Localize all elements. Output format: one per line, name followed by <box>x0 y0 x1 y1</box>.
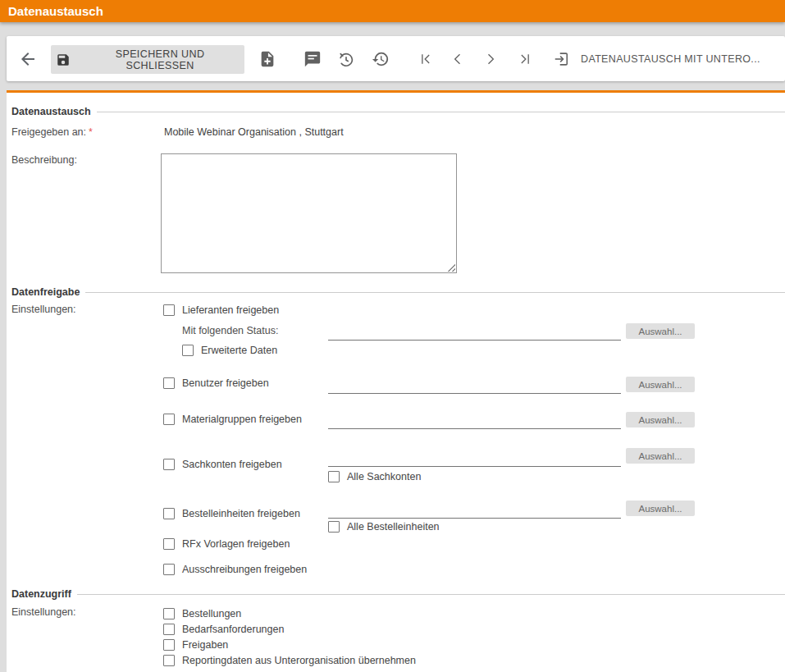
checkbox-box[interactable] <box>163 414 175 425</box>
checkbox-materialgruppen-freigeben[interactable]: Materialgruppen freigeben <box>163 414 302 425</box>
sachkonten-input[interactable] <box>328 453 621 467</box>
checkbox-label: Bestellungen <box>182 608 241 619</box>
einstellungen-label: Einstellungen: <box>11 606 76 618</box>
section-header-datenzugriff: Datenzugriff <box>11 587 785 601</box>
checkbox-freigaben[interactable]: Freigaben <box>163 639 228 651</box>
section-header-datenaustausch: Datenaustausch <box>11 105 785 118</box>
checkbox-box[interactable] <box>163 459 175 470</box>
context-navigation-label: DATENAUSTAUSCH MIT UNTERO... <box>581 53 760 65</box>
context-navigation-button[interactable]: DATENAUSTAUSCH MIT UNTERO... <box>553 36 760 81</box>
save-icon <box>56 53 71 67</box>
timer-icon[interactable] <box>337 50 355 68</box>
checkbox-label: Alle Sachkonten <box>347 471 421 482</box>
beschreibung-field-wrap <box>161 153 457 273</box>
checkbox-box[interactable] <box>328 521 340 533</box>
freigegeben-an-value: Mobile Webinar Organisation , Stuttgart <box>164 126 344 138</box>
section-rule <box>77 594 785 595</box>
section-title: Datenzugriff <box>11 588 71 600</box>
note-add-icon[interactable] <box>258 50 276 68</box>
checkbox-label: Lieferanten freigeben <box>182 304 279 316</box>
freigegeben-an-label: Freigegeben an:* <box>11 126 93 138</box>
save-and-close-button[interactable]: SPEICHERN UND SCHLIESSEN <box>51 45 244 74</box>
checkbox-alle-bestelleinheiten[interactable]: Alle Bestelleinheiten <box>328 521 440 533</box>
mit-folgenden-status-label: Mit folgenden Status: <box>182 325 278 336</box>
checkbox-label: Materialgruppen freigeben <box>182 414 302 425</box>
beschreibung-textarea[interactable] <box>161 153 457 273</box>
checkbox-bestelleinheiten-freigeben[interactable]: Bestelleinheiten freigeben <box>163 508 300 519</box>
checkbox-label: Freigaben <box>182 639 228 651</box>
previous-icon[interactable] <box>450 51 466 67</box>
checkbox-label: Sachkonten freigeben <box>182 459 282 470</box>
content-panel: Datenaustausch Freigegeben an:* Mobile W… <box>7 90 785 672</box>
first-page-icon[interactable] <box>418 51 434 67</box>
auswahl-button-materialgruppen[interactable]: Auswahl... <box>626 412 695 427</box>
toolbar: SPEICHERN UND SCHLIESSEN <box>7 36 785 81</box>
checkbox-lieferanten-freigeben[interactable]: Lieferanten freigeben <box>163 304 279 316</box>
history-icon[interactable] <box>372 50 390 68</box>
checkbox-box[interactable] <box>163 377 175 389</box>
page-title: Datenaustausch <box>8 4 103 18</box>
auswahl-button-bestelleinheiten[interactable]: Auswahl... <box>626 501 695 516</box>
checkbox-ausschreibungen-freigeben[interactable]: Ausschreibungen freigeben <box>163 564 307 575</box>
checkbox-box[interactable] <box>163 655 175 666</box>
required-marker: * <box>89 126 93 138</box>
checkbox-label: Benutzer freigeben <box>182 377 269 389</box>
save-and-close-label: SPEICHERN UND SCHLIESSEN <box>80 48 240 71</box>
checkbox-label: Bedarfsanforderungen <box>182 624 284 635</box>
checkbox-box[interactable] <box>163 624 175 635</box>
checkbox-box[interactable] <box>328 471 340 482</box>
bestelleinheiten-input[interactable] <box>328 505 621 519</box>
app-header: Datenaustausch <box>0 0 785 22</box>
checkbox-label: Reportingdaten aus Unterorganisation übe… <box>182 655 416 666</box>
exit-to-app-icon <box>553 50 571 68</box>
next-icon[interactable] <box>482 51 499 67</box>
checkbox-box[interactable] <box>163 564 175 575</box>
checkbox-box[interactable] <box>163 608 175 619</box>
checkbox-label: Ausschreibungen freigeben <box>182 564 307 575</box>
section-title: Datenaustausch <box>11 106 91 117</box>
auswahl-button-benutzer[interactable]: Auswahl... <box>626 377 695 392</box>
checkbox-alle-sachkonten[interactable]: Alle Sachkonten <box>328 471 421 482</box>
checkbox-box[interactable] <box>163 538 175 550</box>
section-title: Datenfreigabe <box>11 286 80 298</box>
comment-icon[interactable] <box>304 50 322 68</box>
section-header-datenfreigabe: Datenfreigabe <box>11 286 785 299</box>
checkbox-box[interactable] <box>163 639 175 651</box>
checkbox-label: Alle Bestelleinheiten <box>347 521 440 533</box>
section-rule <box>85 292 785 293</box>
checkbox-label: Bestelleinheiten freigeben <box>182 508 300 519</box>
beschreibung-label: Beschreibung: <box>11 154 77 166</box>
checkbox-box[interactable] <box>163 508 175 519</box>
checkbox-bedarfsanforderungen[interactable]: Bedarfsanforderungen <box>163 624 284 635</box>
benutzer-input[interactable] <box>328 380 621 394</box>
checkbox-label: RFx Vorlagen freigeben <box>182 538 290 550</box>
checkbox-label: Erweiterte Daten <box>201 345 277 356</box>
checkbox-sachkonten-freigeben[interactable]: Sachkonten freigeben <box>163 459 282 470</box>
checkbox-erweiterte-daten[interactable]: Erweiterte Daten <box>182 345 277 356</box>
checkbox-rfx-vorlagen-freigeben[interactable]: RFx Vorlagen freigeben <box>163 538 290 550</box>
auswahl-button-status[interactable]: Auswahl... <box>626 323 695 339</box>
checkbox-benutzer-freigeben[interactable]: Benutzer freigeben <box>163 377 269 389</box>
materialgruppen-input[interactable] <box>328 415 621 429</box>
checkbox-box[interactable] <box>163 304 175 316</box>
einstellungen-label: Einstellungen: <box>11 304 76 315</box>
checkbox-bestellungen[interactable]: Bestellungen <box>163 608 241 619</box>
section-rule <box>97 112 785 112</box>
status-input[interactable] <box>328 327 621 341</box>
checkbox-reportingdaten-uebernehmen[interactable]: Reportingdaten aus Unterorganisation übe… <box>163 655 416 666</box>
auswahl-button-sachkonten[interactable]: Auswahl... <box>626 448 695 464</box>
checkbox-box[interactable] <box>182 345 194 356</box>
back-arrow-icon[interactable] <box>18 49 38 69</box>
last-page-icon[interactable] <box>517 51 533 67</box>
